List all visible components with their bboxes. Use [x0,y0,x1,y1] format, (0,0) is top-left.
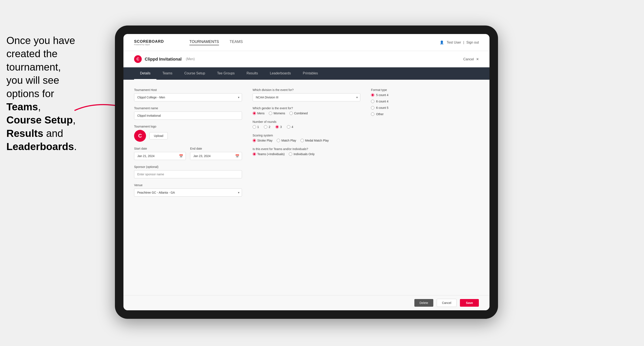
start-date-wrapper: 📅 [134,152,186,160]
save-button[interactable]: Save [460,299,479,307]
form-grid: Tournament Host Clippd College - Men Tou… [134,88,479,197]
format-other-radio[interactable] [371,112,374,116]
rounds-2-label[interactable]: 2 [264,125,270,129]
individuals-only-label[interactable]: Individuals Only [289,152,314,156]
scoring-match-label[interactable]: Match Play [277,139,296,142]
rounds-3-radio[interactable] [276,125,279,129]
signout-link[interactable]: Sign out [466,41,479,44]
teams-radio-group: Teams (+Individuals) Individuals Only [252,152,360,156]
logo-sub: Powered by clippd [134,44,164,46]
text-line1: Once you have [6,35,75,46]
format-5count4-radio[interactable] [371,93,374,97]
start-date-input[interactable] [134,152,186,160]
division-label: Which division is the event for? [252,88,360,92]
text-teams-bold: Teams [6,101,38,112]
rounds-group: Number of rounds 1 2 [252,120,360,129]
start-date-group: Start date 📅 [134,147,186,160]
cancel-button[interactable]: Cancel [437,299,457,307]
scoring-medal-label[interactable]: Medal Match Play [300,139,329,142]
user-label[interactable]: Test User [447,41,461,44]
nav-teams[interactable]: TEAMS [230,39,243,45]
delete-button[interactable]: Delete [414,299,433,307]
logo-preview: C [134,130,146,142]
individuals-only-radio[interactable] [289,152,292,156]
text-line4: you will see [6,75,59,86]
teams-individuals-label[interactable]: Teams (+Individuals) [252,152,285,156]
tablet-screen: SCOREBOARD Powered by clippd TOURNAMENTS… [124,34,490,310]
teams-group: Is this event for Teams and/or Individua… [252,147,360,156]
text-leaderboards-bold: Leaderboards [6,141,74,152]
gender-combined-radio[interactable] [290,112,293,115]
text-and: and [43,128,63,139]
venue-select[interactable]: Peachtree GC - Atlanta - GA [134,188,242,197]
division-group: Which division is the event for? NCAA Di… [252,88,360,101]
tournament-icon: C [134,55,142,63]
cancel-top-button[interactable]: Cancel ✕ [463,57,479,61]
form-column-1: Tournament Host Clippd College - Men Tou… [134,88,242,197]
text-line2: created the [6,48,58,59]
logo-upload-area: C Upload [134,130,242,142]
gender-mens-label[interactable]: Mens [252,112,264,115]
rounds-label: Number of rounds [252,120,360,124]
tournament-title-row: C Clippd Invitational (Men) [134,55,195,63]
rounds-radio-group: 1 2 3 4 [252,125,360,129]
sponsor-input[interactable] [134,170,242,178]
text-results-bold: Results [6,128,43,139]
gender-womens-text: Womens [274,112,285,115]
division-select[interactable]: NCAA Division III [252,93,360,101]
format-6count4-radio[interactable] [371,100,374,103]
rounds-4-label[interactable]: 4 [287,125,293,129]
user-avatar-icon: 👤 [440,41,444,44]
rounds-1-label[interactable]: 1 [252,125,259,129]
scoring-stroke-text: Stroke Play [257,139,273,142]
format-5count4-label[interactable]: 5 count 4 [371,93,479,97]
tab-details[interactable]: Details [134,67,156,80]
scoring-stroke-radio[interactable] [252,139,256,142]
format-6count5-label[interactable]: 6 count 5 [371,106,479,109]
start-date-calendar-icon: 📅 [179,154,183,158]
gender-womens-radio[interactable] [269,112,272,115]
upload-button[interactable]: Upload [150,132,168,139]
gender-radio-group: Mens Womens Combined [252,112,360,115]
scoring-medal-radio[interactable] [300,139,304,142]
end-date-input[interactable] [190,152,242,160]
gender-mens-radio[interactable] [252,112,256,115]
gender-combined-text: Combined [294,112,308,115]
scoring-match-radio[interactable] [277,139,280,142]
gender-womens-label[interactable]: Womens [269,112,285,115]
text-period: . [74,141,76,152]
date-row: Start date 📅 End date 📅 [134,147,242,160]
format-group: Format type 5 count 4 6 count 4 [371,88,479,116]
tournament-name: Clippd Invitational [145,57,182,62]
tab-leaderboards[interactable]: Leaderboards [264,67,297,80]
tab-teams[interactable]: Teams [156,67,178,80]
teams-individuals-radio[interactable] [252,152,256,156]
rounds-3-label[interactable]: 3 [276,125,282,129]
tournament-name-input[interactable] [134,112,242,120]
bottom-footer: Delete Cancel Save [124,295,490,310]
rounds-2-radio[interactable] [264,125,267,129]
gender-combined-label[interactable]: Combined [290,112,308,115]
text-line5: options for [6,88,54,99]
nav-tournaments[interactable]: TOURNAMENTS [190,39,219,45]
tablet-frame: SCOREBOARD Powered by clippd TOURNAMENTS… [115,25,498,319]
tournament-host-label: Tournament Host [134,88,242,92]
tab-course-setup[interactable]: Course Setup [178,67,211,80]
format-6count5-radio[interactable] [371,106,374,109]
separator: | [463,41,464,44]
tournament-name-label: Tournament name [134,107,242,110]
logo-letter: C [138,133,142,139]
tournament-host-select[interactable]: Clippd College - Men [134,93,242,101]
tab-printables[interactable]: Printables [297,67,324,80]
format-other-label[interactable]: Other [371,112,479,116]
scoring-stroke-label[interactable]: Stroke Play [252,139,273,142]
individuals-only-text: Individuals Only [294,152,314,156]
tournament-name-group: Tournament name [134,107,242,120]
rounds-1-radio[interactable] [252,125,256,129]
text-comma1: , [38,101,41,112]
tab-tee-groups[interactable]: Tee Groups [211,67,241,80]
end-date-label: End date [190,147,242,150]
rounds-4-radio[interactable] [287,125,290,129]
tab-results[interactable]: Results [241,67,264,80]
format-6count4-label[interactable]: 6 count 4 [371,100,479,103]
